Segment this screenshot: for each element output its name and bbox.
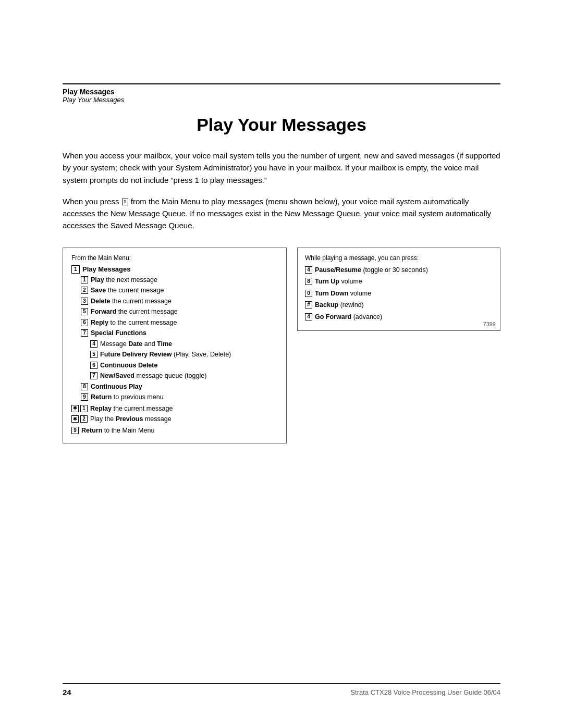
footer: 24 Strata CTX28 Voice Processing User Gu…: [63, 683, 500, 697]
menu-item-return-prev-text: Return to previous menu: [91, 393, 278, 402]
main-content: Play Your Messages When you access your …: [63, 115, 500, 443]
menu-item-star2-prev: ✱ 2 Play the Previous message: [71, 415, 278, 424]
menu-item-datetime-text: Message Date and Time: [100, 340, 278, 349]
right-panel-goforward-text: Go Forward (advance): [315, 313, 382, 322]
key-badge-8: 8: [81, 383, 88, 390]
key-badge-1-top: 1: [71, 265, 80, 274]
key-badge-star1: 1: [80, 405, 88, 412]
menu-item-future-delivery: 5 Future Delivery Review (Play, Save, De…: [90, 350, 278, 360]
right-panel-goforward: 4 Go Forward (advance): [305, 313, 493, 322]
star-badge-2: ✱: [71, 415, 79, 423]
key-badge-rhash: #: [305, 301, 312, 309]
menu-item-return-prev: 9 Return to previous menu: [81, 393, 278, 402]
header-section: Play Messages Play Your Messages: [63, 83, 500, 104]
star-badge-1: ✱: [71, 405, 79, 412]
top-item-label: Play Messages: [82, 265, 278, 274]
version-number: 7399: [483, 321, 496, 327]
menu-item-cont-play: 8 Continuous Play: [81, 382, 278, 392]
right-panel-backup-text: Backup (rewind): [315, 301, 364, 310]
menu-item-forward: 5 Forward the current message: [81, 307, 278, 317]
key-badge-4-dt: 4: [90, 340, 97, 348]
menu-item-delete: 3 Delete the current message: [81, 297, 278, 306]
footer-page-number: 24: [63, 688, 71, 697]
paragraph-2: When you press 1 from the Main Menu to p…: [63, 195, 500, 232]
diagram-area: From the Main Menu: 1 Play Messages 1 Pl…: [63, 248, 500, 444]
menu-item-delete-text: Delete the current message: [91, 297, 278, 306]
key-badge-star2: 2: [80, 415, 88, 423]
key-badge-r8: 8: [305, 278, 312, 285]
right-panel-turndown: 0 Turn Down volume: [305, 289, 493, 299]
right-panel-pause-text: Pause/Resume (toggle or 30 seconds): [315, 266, 428, 275]
menu-item-special: 7 Special Functions: [81, 329, 278, 338]
right-panel-turnup-text: Turn Up volume: [315, 277, 362, 287]
key-badge-r0: 0: [305, 290, 312, 297]
key-badge-2: 2: [81, 287, 88, 294]
menu-item-star1-replay: ✱ 1 Replay the current message: [71, 404, 278, 414]
menu-top-item: 1 Play Messages: [71, 265, 278, 274]
menu-item-datetime: 4 Message Date and Time: [90, 340, 278, 349]
menu-item-replay-text: Replay the current message: [90, 404, 278, 414]
right-panel-pause: 4 Pause/Resume (toggle or 30 seconds): [305, 266, 493, 275]
menu-item-future-delivery-text: Future Delivery Review (Play, Save, Dele…: [100, 350, 278, 360]
right-panel-title: While playing a message, you can press:: [305, 254, 493, 262]
page-container: Play Messages Play Your Messages Play Yo…: [0, 0, 563, 728]
key-badge-6-cd: 6: [90, 362, 97, 369]
footer-document-title: Strata CTX28 Voice Processing User Guide…: [350, 688, 500, 696]
menu-item-cont-play-text: Continuous Play: [91, 382, 278, 392]
key-badge-9-main: 9: [71, 427, 79, 434]
key-badge-r4: 4: [305, 266, 312, 274]
key-badge-5: 5: [81, 308, 88, 315]
key-badge-7: 7: [81, 329, 88, 337]
menu-item-cont-delete: 6 Continuous Delete: [90, 361, 278, 371]
key-badge-1: 1: [81, 276, 88, 283]
page-title: Play Your Messages: [63, 115, 500, 135]
menu-item-newsaved-text: New/Saved message queue (toggle): [100, 372, 278, 381]
menu-item-reply: 6 Reply to the current message: [81, 318, 278, 328]
menu-item-prev-text: Play the Previous message: [90, 415, 278, 424]
menu-item-return-main-text: Return to the Main Menu: [81, 426, 278, 436]
right-panel-turnup: 8 Turn Up volume: [305, 277, 493, 287]
right-panel-backup: # Backup (rewind): [305, 301, 493, 310]
breadcrumb-section-bold: Play Messages: [63, 88, 500, 96]
menu-box: From the Main Menu: 1 Play Messages 1 Pl…: [63, 248, 287, 444]
menu-item-reply-text: Reply to the current message: [91, 318, 278, 328]
breadcrumb-section-italic: Play Your Messages: [63, 96, 500, 104]
menu-item-play-next: 1 Play the next message: [81, 276, 278, 285]
right-panel: While playing a message, you can press: …: [297, 248, 500, 331]
key-1-inline: 1: [122, 199, 128, 205]
key-badge-6: 6: [81, 319, 88, 326]
menu-item-newsaved: 7 New/Saved message queue (toggle): [90, 372, 278, 381]
key-badge-r4b: 4: [305, 313, 312, 320]
paragraph-1: When you access your mailbox, your voice…: [63, 150, 500, 186]
menu-item-cont-delete-text: Continuous Delete: [100, 361, 278, 371]
menu-item-save-text: Save the current mesage: [91, 286, 278, 295]
from-main-label: From the Main Menu:: [71, 254, 278, 262]
key-badge-3: 3: [81, 298, 88, 305]
key-badge-5-fd: 5: [90, 351, 97, 358]
paragraph-2-start: When you press: [63, 197, 119, 206]
key-badge-9: 9: [81, 393, 88, 401]
right-panel-turndown-text: Turn Down volume: [315, 289, 371, 299]
menu-item-special-text: Special Functions: [91, 329, 278, 338]
menu-item-save: 2 Save the current mesage: [81, 286, 278, 295]
key-badge-7-ns: 7: [90, 372, 97, 379]
menu-item-forward-text: Forward the current message: [91, 307, 278, 317]
menu-item-return-main: 9 Return to the Main Menu: [71, 426, 278, 436]
menu-item-play-next-text: Play the next message: [91, 276, 278, 285]
